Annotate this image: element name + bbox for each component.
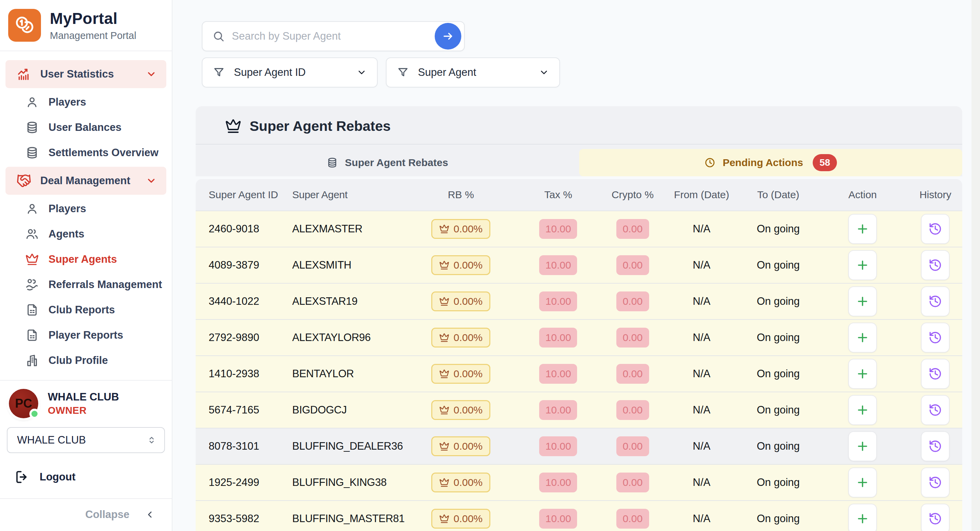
cell-to-date: On going xyxy=(740,332,817,344)
table-header-row: Super Agent ID Super Agent RB % Tax % Cr… xyxy=(196,179,962,210)
sidebar-item-player-reports[interactable]: Player Reports xyxy=(0,322,172,348)
sidebar-item-user-balances[interactable]: User Balances xyxy=(0,115,172,140)
crown-icon xyxy=(439,224,449,234)
cell-from-date: N/A xyxy=(663,440,740,453)
history-button[interactable] xyxy=(921,322,950,352)
crown-icon xyxy=(439,441,449,451)
sidebar-item-user-statistics[interactable]: User Statistics xyxy=(5,60,166,88)
add-action-button[interactable] xyxy=(848,431,877,461)
add-action-button[interactable] xyxy=(848,504,877,531)
app-subtitle: Management Portal xyxy=(50,30,136,41)
add-action-button[interactable] xyxy=(848,322,877,352)
filter-super-agent-id[interactable]: Super Agent ID xyxy=(202,57,378,88)
add-action-button[interactable] xyxy=(848,250,877,280)
rb-percent-pill: 0.00% xyxy=(431,292,490,311)
sidebar-item-settlements-overview[interactable]: Settlements Overview xyxy=(0,140,172,165)
user-icon xyxy=(25,202,39,215)
sidebar-item-players-stats[interactable]: Players xyxy=(0,89,172,115)
plus-icon xyxy=(856,439,869,453)
add-action-button[interactable] xyxy=(848,467,877,498)
avatar[interactable]: PC xyxy=(9,389,38,418)
history-icon xyxy=(928,512,942,526)
rb-percent-pill: 0.00% xyxy=(431,364,490,384)
club-select[interactable]: WHALE CLUB xyxy=(7,427,165,453)
crown-icon xyxy=(439,369,449,379)
history-button[interactable] xyxy=(921,431,950,461)
table-row: 3440-1022 ALEXSTAR19 0.00% xyxy=(196,283,962,319)
cell-super-agent: ALEXTAYLOR96 xyxy=(292,332,407,344)
history-button[interactable] xyxy=(921,286,950,316)
scrollbar[interactable] xyxy=(972,0,980,531)
tab-pending-actions[interactable]: Pending Actions 58 xyxy=(579,149,963,176)
history-button[interactable] xyxy=(921,214,950,244)
history-icon xyxy=(928,403,942,417)
rb-percent-pill: 0.00% xyxy=(431,509,490,529)
history-button[interactable] xyxy=(921,467,950,498)
cell-rb-percent: 0.00% xyxy=(407,255,515,275)
super-agent-rebates-card: Super Agent Rebates Super Agent Rebates xyxy=(196,106,962,531)
tab-super-agent-rebates[interactable]: Super Agent Rebates xyxy=(196,149,579,176)
sidebar-item-club-profile[interactable]: Club Profile xyxy=(0,348,172,373)
sidebar-nav: User Statistics Players User Balanc xyxy=(0,51,172,373)
add-action-button[interactable] xyxy=(848,359,877,389)
sidebar-item-label: Deal Management xyxy=(40,175,137,187)
cell-crypto-percent: 0.00 xyxy=(602,472,663,493)
club-select-value: WHALE CLUB xyxy=(17,434,86,446)
column-header: From (Date) xyxy=(663,189,740,201)
cell-crypto-percent: 0.00 xyxy=(602,328,663,348)
sidebar-item-referrals-management[interactable]: Referrals Management xyxy=(0,272,172,297)
logout-button[interactable]: Logout xyxy=(0,453,172,498)
arrow-right-icon xyxy=(442,30,454,42)
crown-icon xyxy=(439,405,449,415)
sidebar-item-agents[interactable]: Agents xyxy=(0,222,172,247)
cell-to-date: On going xyxy=(740,440,817,453)
sidebar-item-super-agents[interactable]: Super Agents xyxy=(0,247,172,272)
funnel-icon xyxy=(213,66,225,78)
chart-trending-icon xyxy=(16,67,32,82)
plus-icon xyxy=(856,331,869,344)
column-header: Super Agent xyxy=(292,189,407,201)
sidebar-item-club-reports[interactable]: Club Reports xyxy=(0,297,172,322)
sidebar-item-label: User Balances xyxy=(48,121,122,134)
cell-crypto-percent: 0.00 xyxy=(602,509,663,529)
history-button[interactable] xyxy=(921,395,950,425)
filter-super-agent[interactable]: Super Agent xyxy=(386,57,560,88)
crown-icon xyxy=(439,332,449,343)
rebates-table: Super Agent ID Super Agent RB % Tax % Cr… xyxy=(196,179,962,531)
cell-super-agent-id: 8078-3101 xyxy=(196,440,292,453)
plus-icon xyxy=(856,403,869,417)
history-button[interactable] xyxy=(921,504,950,531)
rb-percent-value: 0.00% xyxy=(453,259,482,271)
collapse-bar[interactable]: Collapse xyxy=(0,498,172,531)
search-bar xyxy=(202,21,465,51)
sidebar-item-players-deal[interactable]: Players xyxy=(0,196,172,222)
sidebar-item-label: Settlements Overview xyxy=(48,147,158,159)
cell-super-agent: BLUFFING_DEALER36 xyxy=(292,440,407,453)
cell-rb-percent: 0.00% xyxy=(407,436,515,456)
history-button[interactable] xyxy=(921,250,950,280)
table-row: 5674-7165 BIGDOGCJ 0.00% xyxy=(196,392,962,428)
app-title: MyPortal xyxy=(50,9,136,28)
cell-to-date: On going xyxy=(740,368,817,380)
chevron-down-icon xyxy=(146,69,157,80)
cell-history xyxy=(908,431,962,461)
search-input[interactable] xyxy=(232,30,428,42)
file-icon xyxy=(25,303,39,317)
search-submit-button[interactable] xyxy=(435,23,461,49)
add-action-button[interactable] xyxy=(848,286,877,316)
tax-percent-pill: 10.00 xyxy=(539,436,577,456)
history-icon xyxy=(928,331,942,344)
crypto-percent-pill: 0.00 xyxy=(616,364,649,384)
table-row: 4089-3879 ALEXSMITH 0.00% xyxy=(196,247,962,283)
sidebar-item-deal-management[interactable]: Deal Management xyxy=(5,167,166,195)
history-button[interactable] xyxy=(921,359,950,389)
table-row: 1410-2938 BENTAYLOR 0.00% xyxy=(196,356,962,392)
add-action-button[interactable] xyxy=(848,214,877,244)
myportal-logo xyxy=(8,9,41,42)
rb-percent-pill: 0.00% xyxy=(431,255,490,275)
crypto-percent-pill: 0.00 xyxy=(616,400,649,420)
cell-super-agent-id: 3440-1022 xyxy=(196,295,292,308)
rb-percent-pill: 0.00% xyxy=(431,400,490,420)
chevron-down-icon xyxy=(146,175,157,186)
add-action-button[interactable] xyxy=(848,395,877,425)
